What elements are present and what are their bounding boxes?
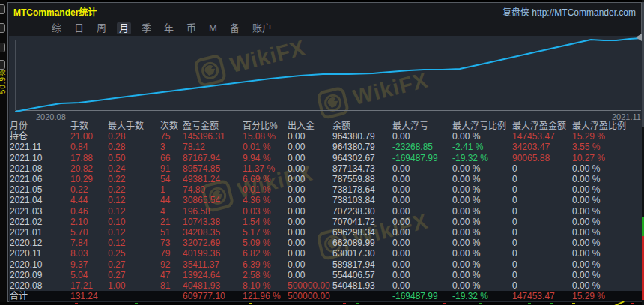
table-cell: 2020.11	[10, 248, 70, 259]
table-cell: 0.00 %	[572, 206, 643, 217]
table-row[interactable]: 2021.110.840.28378.120.01 %0.00964380.79…	[10, 142, 643, 152]
table-cell: 79	[160, 248, 183, 259]
equity-line	[16, 38, 642, 112]
table-cell: 0.00	[288, 153, 332, 163]
table-cell: 0	[512, 238, 572, 248]
table-row[interactable]: 2021.015.700.125134208.355.17 %0.0069629…	[10, 227, 643, 238]
table-cell: 738178.64	[332, 184, 392, 195]
table-cell: 2021.04	[10, 195, 70, 205]
table-cell: -169487.99	[392, 153, 452, 163]
table-cell: 0.00 %	[452, 270, 512, 280]
table-row[interactable]: 2021.022.100.102110743.381.54 %0.0070704…	[10, 217, 643, 227]
table-cell: 0	[512, 248, 572, 259]
column-header: 百分比%	[243, 121, 288, 131]
table-cell: 0.00	[288, 131, 332, 142]
mtcommander-stats-window: MTCommander统计 复盘侠 http://MTCommander.com…	[7, 2, 642, 302]
table-row[interactable]: 2021.044.440.124430865.544.36 %0.0073810…	[10, 195, 643, 205]
table-cell: 0.00 %	[452, 280, 512, 291]
column-header: 月份	[10, 121, 70, 131]
background-speck	[443, 303, 446, 304]
background-left-strip: 50.9%	[0, 0, 7, 305]
table-cell: 738103.84	[332, 195, 392, 205]
table-cell: 1	[160, 184, 183, 195]
table-row[interactable]: 2020.109.370.279235411.376.39 %0.0058981…	[10, 259, 643, 270]
background-speck	[479, 303, 482, 304]
table-cell: 合计	[10, 291, 70, 301]
table-cell: 49381.24	[183, 174, 243, 184]
table-cell: 964302.67	[332, 153, 392, 163]
table-cell: 7.84	[70, 238, 108, 248]
table-cell: 0.00	[392, 259, 452, 270]
chart-scroll-left-icon[interactable]	[636, 34, 642, 41]
table-row[interactable]: 2020.095.040.274713924.642.58 %0.0055440…	[10, 270, 643, 280]
table-cell: 81	[160, 280, 183, 291]
table-cell: 0.00	[392, 184, 452, 195]
column-header: 出入金	[288, 121, 332, 131]
table-cell: 0.00 %	[452, 195, 512, 205]
table-cell: -169487.99	[392, 291, 452, 301]
background-speck	[528, 303, 531, 304]
table-cell: 2020.08	[10, 280, 70, 291]
table-cell: 630017.30	[332, 248, 392, 259]
table-cell: 0.12	[108, 227, 160, 238]
table-cell: 0.12	[108, 238, 160, 248]
table-cell: 0.27	[108, 270, 160, 280]
table-cell: 0.00	[392, 280, 452, 291]
table-row[interactable]: 2021.050.220.22174.800.01 %0.00738178.64…	[10, 184, 643, 195]
column-header: 手数	[70, 121, 108, 131]
table-cell: 877134.73	[332, 163, 392, 174]
table-row[interactable]: 2021.0610.290.225449381.246.69 %0.007875…	[10, 174, 643, 184]
table-cell: 0.00	[288, 184, 332, 195]
monthly-stats-table: 月份手数最大手数次数盈亏金额百分比%出入金余额最大浮亏最大浮亏比例最大浮盈金额最…	[10, 121, 643, 301]
table-row[interactable]: 2021.1017.880.506687167.949.94 %0.009643…	[10, 153, 643, 163]
table-cell: 2020.10	[10, 259, 70, 270]
table-cell: 540481.93	[332, 280, 392, 291]
table-cell: 8.03	[70, 248, 108, 259]
table-cell: 0	[512, 270, 572, 280]
table-cell: 964380.79	[332, 142, 392, 152]
table-row[interactable]: 2020.118.030.257940199.366.82 %0.0063001…	[10, 248, 643, 259]
table-cell: 0.28	[108, 131, 160, 142]
table-cell: 2.58 %	[243, 270, 288, 280]
table-cell: 0.25	[108, 248, 160, 259]
table-row[interactable]: 2020.0817.211.008140481.938.10 %500000.0…	[10, 280, 643, 291]
table-row[interactable]: 2020.127.840.127332072.695.09 %0.0066208…	[10, 238, 643, 248]
table-cell: 40481.93	[183, 280, 243, 291]
table-cell: 92	[160, 259, 183, 270]
table-cell: 2021.10	[10, 153, 70, 163]
total-row[interactable]: 合计131.24609777.10121.96 %500000.00-16948…	[10, 291, 643, 301]
table-cell: 35411.37	[183, 259, 243, 270]
background-speck	[631, 303, 634, 304]
table-cell: 787559.88	[332, 174, 392, 184]
table-cell: 0.00 %	[572, 280, 643, 291]
table-cell	[332, 291, 392, 301]
table-cell: 90065.88	[512, 153, 572, 163]
table-cell: 10.29	[70, 174, 108, 184]
table-cell: 589817.94	[332, 259, 392, 270]
table-cell: 196.58	[183, 206, 243, 217]
table-cell: 0.00 %	[452, 259, 512, 270]
table-cell: 4	[160, 206, 183, 217]
table-cell: 0.28	[108, 142, 160, 152]
table-cell: 0.00	[288, 163, 332, 174]
table-row[interactable]: 持仓21.000.2875145396.3115.08 %0.00964380.…	[10, 131, 643, 142]
table-cell: 2021.11	[10, 142, 70, 152]
table-cell: 5.17 %	[243, 227, 288, 238]
table-cell: 0.24	[108, 163, 160, 174]
table-cell: 21.00	[70, 131, 108, 142]
table-row[interactable]: 2021.030.460.124196.580.03 %0.00707238.3…	[10, 206, 643, 217]
background-speck	[343, 303, 346, 304]
table-cell: 15.29 %	[572, 131, 643, 142]
column-header: 最大手数	[108, 121, 160, 131]
table-cell: 10743.38	[183, 217, 243, 227]
table-row[interactable]: 2021.0820.820.249189574.8511.37 %0.00877…	[10, 163, 643, 174]
table-cell: 0.00 %	[572, 270, 643, 280]
table-cell: 17.88	[70, 153, 108, 163]
table-cell: 32072.69	[183, 238, 243, 248]
table-cell: 2021.08	[10, 163, 70, 174]
table-cell: 持仓	[10, 131, 70, 142]
table-cell: 1.00	[108, 280, 160, 291]
table-cell: 0.46	[70, 206, 108, 217]
table-cell: 0.00 %	[572, 227, 643, 238]
table-cell: 0	[512, 259, 572, 270]
